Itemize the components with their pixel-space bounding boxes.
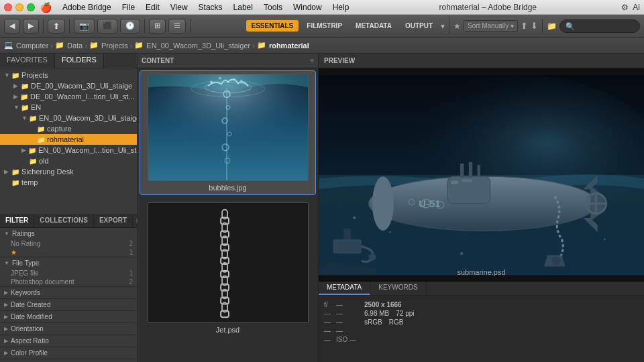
breadcrumb-sep-4: ›: [252, 42, 255, 50]
thumb-bubbles-image: [148, 74, 309, 181]
menu-stacks[interactable]: Stacks: [193, 3, 228, 12]
favorites-star[interactable]: ★: [453, 21, 461, 31]
folder-icon-en-wacom: 📁: [29, 115, 37, 122]
filter-header-datecreated[interactable]: ▶ Date Created: [0, 299, 137, 310]
meta-right: 2500 x 1666 6.98 MB 72 ppi sRGB RGB: [362, 298, 417, 359]
tree-item-projects[interactable]: ▼ 📁 Projects: [0, 70, 137, 80]
maximize-button[interactable]: [27, 3, 35, 11]
filter-tab-export[interactable]: EXPORT: [94, 215, 133, 227]
thumb-bubbles[interactable]: bubbles.jpg: [140, 71, 315, 194]
filter-tab-collections[interactable]: COLLECTIONS: [34, 215, 94, 227]
refine-button[interactable]: ⬛: [97, 19, 117, 34]
get-photos-button[interactable]: 📷: [74, 19, 95, 34]
meta-tab-metadata[interactable]: METADATA: [319, 282, 370, 295]
meta-color: sRGB RGB: [364, 318, 415, 326]
breadcrumb-computer[interactable]: Computer: [16, 42, 48, 50]
menu-view[interactable]: View: [165, 3, 193, 12]
folder-icon-old: 📁: [29, 158, 37, 165]
tree-item-capture[interactable]: 📁 capture: [0, 123, 137, 134]
workspace-output[interactable]: OUTPUT: [400, 20, 438, 32]
filter-arrow-datemodified: ▶: [4, 314, 8, 320]
filter-item-jpeg[interactable]: JPEG file 1: [0, 269, 137, 278]
tree-item-old[interactable]: 📁 old: [0, 156, 137, 166]
toolbar-separator-3: [144, 19, 145, 34]
workspace-metadata[interactable]: METADATA: [350, 20, 397, 32]
meta-val-iso: ISO —: [336, 336, 356, 343]
back-button[interactable]: ◀: [4, 19, 20, 34]
filter-arrow-aspectratio: ▶: [4, 338, 8, 344]
sort-ascending[interactable]: ⬆: [521, 21, 528, 31]
meta-dimensions: 2500 x 1666: [364, 301, 415, 308]
filter-header-aspectratio[interactable]: ▶ Aspect Ratio: [0, 335, 137, 347]
view-mode-button-2[interactable]: ☰: [168, 19, 186, 34]
filter-header-ratings[interactable]: ▼ Ratings: [0, 228, 137, 239]
tree-item-en[interactable]: ▼ 📁 EN: [0, 102, 137, 113]
svg-point-42: [372, 176, 394, 231]
main-area: FAVORITES FOLDERS ▼ 📁 Projects ▶ 📁 DE_00…: [0, 54, 644, 362]
filter-item-star[interactable]: ★ 1: [0, 248, 137, 257]
breadcrumb-data[interactable]: Data: [67, 42, 83, 50]
meta-val-f: —: [336, 301, 356, 308]
window-controls: [4, 3, 35, 11]
tab-folders[interactable]: FOLDERS: [55, 54, 104, 68]
meta-tab-keywords[interactable]: KEYWORDS: [370, 282, 426, 295]
filter-item-psd[interactable]: Photoshop document 2: [0, 278, 137, 286]
filter-header-colorprofile[interactable]: ▶ Color Profile: [0, 347, 137, 359]
content-options-icon[interactable]: ≡: [310, 57, 314, 64]
svg-rect-37: [460, 164, 464, 178]
content-panel: CONTENT ≡: [138, 54, 319, 362]
filter-header-orientation[interactable]: ▶ Orientation: [0, 323, 137, 335]
filter-arrow-orientation: ▶: [4, 326, 8, 332]
menu-adobe-bridge[interactable]: Adobe Bridge: [57, 3, 117, 12]
tree-label-capture: capture: [47, 125, 72, 133]
breadcrumb-sep-1: ›: [50, 42, 53, 50]
tree-item-sicherung[interactable]: ▶ 📁 Sicherung Desk: [0, 166, 137, 177]
workspace-essentials[interactable]: ESSENTIALS: [246, 20, 299, 32]
tree-item-rohmaterial[interactable]: 📁 rohmaterial: [0, 134, 137, 145]
search-input[interactable]: [559, 19, 640, 33]
tree-item-de2[interactable]: ▶ 📁 DE_00_Wacom_I...tion_Uli_st...: [0, 91, 137, 102]
close-button[interactable]: [4, 3, 12, 11]
minimize-button[interactable]: [15, 3, 23, 11]
folder-icon-de1: 📁: [21, 82, 29, 90]
filter-header-iso[interactable]: ▶ ISO Speed Ratings: [0, 359, 137, 362]
filter-header-keywords[interactable]: ▶ Keywords: [0, 287, 137, 298]
tab-favorites[interactable]: FAVORITES: [0, 54, 55, 68]
workspace-menu[interactable]: ▾: [441, 21, 445, 31]
tree-item-temp[interactable]: 📁 temp: [0, 177, 137, 188]
filter-header-datemodified[interactable]: ▶ Date Modified: [0, 311, 137, 322]
new-folder-icon[interactable]: 📁: [547, 21, 557, 31]
menu-label[interactable]: Label: [228, 3, 258, 12]
tree-item-de1[interactable]: ▶ 📁 DE_00_Wacom_3D_Uli_staige: [0, 80, 137, 91]
svg-point-14: [233, 78, 235, 80]
menu-window[interactable]: Window: [288, 3, 327, 12]
menu-help[interactable]: Help: [327, 3, 355, 12]
breadcrumb-projects[interactable]: Projects: [101, 42, 128, 50]
tree-item-en-wacom2[interactable]: ▶ 📁 EN_00_Wacom_I...tion_Uli_sta...: [0, 145, 137, 156]
svg-point-13: [219, 77, 221, 80]
filter-section-keywords: ▶ Keywords: [0, 287, 137, 299]
svg-point-11: [210, 81, 213, 84]
filter-panel: ▼ Ratings No Rating 2 ★ 1 ▼ File Type: [0, 228, 137, 362]
forward-button[interactable]: ▶: [23, 19, 39, 34]
view-mode-button[interactable]: ⊞: [149, 19, 166, 34]
tree-item-en-wacom[interactable]: ▼ 📁 EN_00_Wacom_3D_Uli_staige: [0, 113, 137, 123]
folder-icon-temp: 📁: [11, 179, 19, 186]
menu-edit[interactable]: Edit: [140, 3, 165, 12]
filter-psd-label: Photoshop document: [11, 278, 74, 286]
apple-menu[interactable]: 🍎: [40, 2, 52, 13]
workspace-filmstrip[interactable]: FILMSTRIP: [301, 20, 347, 32]
filter-section-colorprofile: ▶ Color Profile: [0, 347, 137, 359]
filter-item-no-rating[interactable]: No Rating 2: [0, 239, 137, 248]
go-up-button[interactable]: ⬆: [48, 19, 65, 34]
filter-tab-filter[interactable]: FILTER: [0, 215, 34, 227]
menu-file[interactable]: File: [117, 3, 140, 12]
thumb-jet[interactable]: Jet.psd: [140, 200, 315, 337]
tree-label-rohmaterial: rohmaterial: [47, 135, 84, 143]
open-recent-button[interactable]: 🕐: [120, 19, 140, 34]
sort-button[interactable]: Sort Manually ▾: [464, 20, 518, 32]
menu-tools[interactable]: Tools: [258, 3, 288, 12]
sort-descending[interactable]: ⬇: [531, 21, 538, 31]
breadcrumb-en-wacom[interactable]: EN_00_Wacom_3D_Uli_staiger: [146, 42, 250, 50]
filter-header-filetype[interactable]: ▼ File Type: [0, 257, 137, 269]
